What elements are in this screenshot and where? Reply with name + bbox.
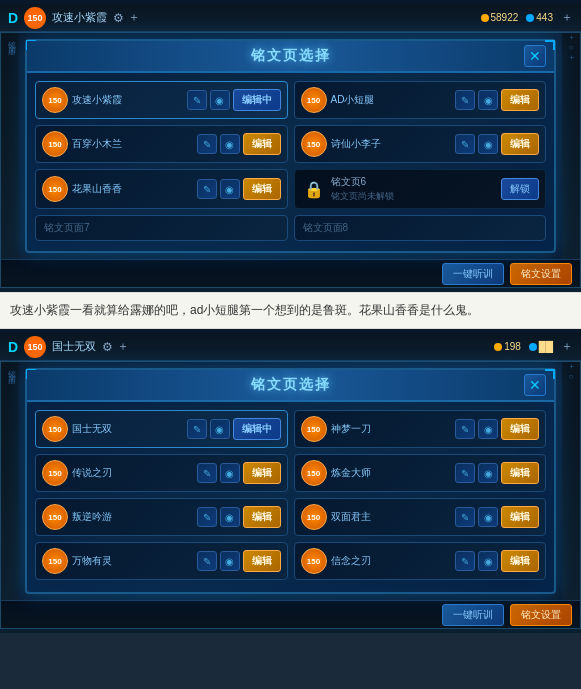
modal-close-btn-1[interactable]: ✕	[524, 45, 546, 67]
edit-btn-p2-8[interactable]: 编辑	[501, 550, 539, 572]
pencil-icon-1[interactable]: ✎	[187, 90, 207, 110]
eye-icon-p2-4[interactable]: ◉	[478, 463, 498, 483]
edit-btn-4[interactable]: 编辑	[501, 133, 539, 155]
card-p2-3[interactable]: 150 传说之刃 ✎ ◉ 编辑	[35, 454, 288, 492]
eye-icon-1[interactable]: ◉	[210, 90, 230, 110]
panel-wrapper-2: 铭 文 册 铭文页选择 ✕ 150	[1, 362, 580, 600]
modal-area-2: 铭文页选择 ✕ 150 国士无双 ✎ ◉	[19, 362, 562, 600]
card-name-p2-2: 神梦一刀	[331, 422, 452, 436]
pencil-icon-4[interactable]: ✎	[455, 134, 475, 154]
right-side-col-2: + ○	[562, 362, 580, 600]
edit-btn-2[interactable]: 编辑	[501, 89, 539, 111]
card-p2-8[interactable]: 150 信念之刃 ✎ ◉ 编辑	[294, 542, 547, 580]
pencil-icon-p2-8[interactable]: ✎	[455, 551, 475, 571]
edit-btn-5[interactable]: 编辑	[243, 178, 281, 200]
card-item-1[interactable]: 150 攻速小紫霞 ✎ ◉ 编辑中	[35, 81, 288, 119]
edit-btn-1[interactable]: 编辑中	[233, 89, 281, 111]
card-badge-2: 150	[301, 87, 327, 113]
listen-btn-1[interactable]: 一键听训	[442, 263, 504, 285]
card-item-5[interactable]: 150 花果山香香 ✎ ◉ 编辑	[35, 169, 288, 209]
card-grid-1: 150 攻速小紫霞 ✎ ◉ 编辑中 150	[27, 73, 554, 213]
pencil-icon-3[interactable]: ✎	[197, 134, 217, 154]
card-name-2: AD小短腿	[331, 93, 452, 107]
pencil-icon-p2-7[interactable]: ✎	[197, 551, 217, 571]
add-icon[interactable]: ＋	[128, 9, 140, 26]
card-name-p2-4: 炼金大师	[331, 466, 452, 480]
page-nav-1: 铭文页面7 铭文页面8	[27, 213, 554, 243]
card-p2-1[interactable]: 150 国士无双 ✎ ◉ 编辑中	[35, 410, 288, 448]
card-p2-5[interactable]: 150 叛逆吟游 ✎ ◉ 编辑	[35, 498, 288, 536]
plus-btn-2[interactable]: ＋	[561, 338, 573, 355]
add-icon-2[interactable]: ＋	[117, 338, 129, 355]
unlock-btn[interactable]: 解锁	[501, 178, 539, 200]
settings-btn-1[interactable]: 铭文设置	[510, 263, 572, 285]
pencil-icon-5[interactable]: ✎	[197, 179, 217, 199]
gold-dot-2	[494, 343, 502, 351]
action-icons-2: ⚙ ＋	[102, 338, 129, 355]
second-game-section: D 150 国士无双 ⚙ ＋ 198 ██ ＋ 铭 文 册	[0, 329, 581, 633]
edit-btn-p2-3[interactable]: 编辑	[243, 462, 281, 484]
edit-btn-p2-6[interactable]: 编辑	[501, 506, 539, 528]
card-actions-p2-2: ✎ ◉ 编辑	[455, 418, 539, 440]
comment-text: 攻速小紫霞一看就算给露娜的吧，ad小短腿第一个想到的是鲁斑。花果山香香是什么鬼。	[10, 301, 571, 320]
card-actions-3: ✎ ◉ 编辑	[197, 133, 281, 155]
card-p2-6[interactable]: 150 双面君主 ✎ ◉ 编辑	[294, 498, 547, 536]
eye-icon-4[interactable]: ◉	[478, 134, 498, 154]
card-item-4[interactable]: 150 诗仙小李子 ✎ ◉ 编辑	[294, 125, 547, 163]
card-p2-2[interactable]: 150 神梦一刀 ✎ ◉ 编辑	[294, 410, 547, 448]
modal-close-btn-2[interactable]: ✕	[524, 374, 546, 396]
settings-btn-2[interactable]: 铭文设置	[510, 604, 572, 626]
pencil-icon-p2-5[interactable]: ✎	[197, 507, 217, 527]
card-p2-4[interactable]: 150 炼金大师 ✎ ◉ 编辑	[294, 454, 547, 492]
edit-btn-p2-5[interactable]: 编辑	[243, 506, 281, 528]
edit-btn-p2-2[interactable]: 编辑	[501, 418, 539, 440]
pencil-icon-p2-3[interactable]: ✎	[197, 463, 217, 483]
right-col-item-2-2: ○	[567, 372, 576, 381]
listen-btn-2[interactable]: 一键听训	[442, 604, 504, 626]
page-nav-item-1[interactable]: 铭文页面7	[35, 215, 288, 241]
pencil-icon-p2-1[interactable]: ✎	[187, 419, 207, 439]
card-badge-p2-6: 150	[301, 504, 327, 530]
edit-btn-p2-1[interactable]: 编辑中	[233, 418, 281, 440]
card-actions-p2-5: ✎ ◉ 编辑	[197, 506, 281, 528]
card-p2-7[interactable]: 150 万物有灵 ✎ ◉ 编辑	[35, 542, 288, 580]
panel-bottom-bar-2: 一键听训 铭文设置	[1, 600, 580, 628]
eye-icon-p2-1[interactable]: ◉	[210, 419, 230, 439]
plus-btn[interactable]: ＋	[561, 9, 573, 26]
card-badge-p2-4: 150	[301, 460, 327, 486]
edit-btn-3[interactable]: 编辑	[243, 133, 281, 155]
edit-btn-p2-4[interactable]: 编辑	[501, 462, 539, 484]
settings-icon-2[interactable]: ⚙	[102, 340, 113, 354]
card-actions-p2-7: ✎ ◉ 编辑	[197, 550, 281, 572]
card-actions-p2-4: ✎ ◉ 编辑	[455, 462, 539, 484]
eye-icon-3[interactable]: ◉	[220, 134, 240, 154]
settings-icon[interactable]: ⚙	[113, 11, 124, 25]
card-item-2[interactable]: 150 AD小短腿 ✎ ◉ 编辑	[294, 81, 547, 119]
card-actions-p2-8: ✎ ◉ 编辑	[455, 550, 539, 572]
modal-area-1: 铭文页选择 ✕ 150 攻速小紫霞 ✎	[19, 33, 562, 259]
gem-dot	[526, 14, 534, 22]
card-name-4: 诗仙小李子	[331, 137, 452, 151]
panel-section-1: 铭 文 册 铭文页选择 ✕ 150	[0, 32, 581, 288]
eye-icon-p2-8[interactable]: ◉	[478, 551, 498, 571]
eye-icon-2[interactable]: ◉	[478, 90, 498, 110]
eye-icon-5[interactable]: ◉	[220, 179, 240, 199]
card-item-3[interactable]: 150 百穿小木兰 ✎ ◉ 编辑	[35, 125, 288, 163]
pencil-icon-2[interactable]: ✎	[455, 90, 475, 110]
right-col-item-1: +	[567, 35, 576, 40]
card-badge-1: 150	[42, 87, 68, 113]
edit-btn-p2-7[interactable]: 编辑	[243, 550, 281, 572]
pencil-icon-p2-6[interactable]: ✎	[455, 507, 475, 527]
eye-icon-p2-7[interactable]: ◉	[220, 551, 240, 571]
eye-icon-p2-2[interactable]: ◉	[478, 419, 498, 439]
eye-icon-p2-5[interactable]: ◉	[220, 507, 240, 527]
card-actions-1: ✎ ◉ 编辑中	[187, 89, 281, 111]
action-icons: ⚙ ＋	[113, 9, 140, 26]
modal-box-2: 铭文页选择 ✕ 150 国士无双 ✎ ◉	[25, 368, 556, 594]
page-nav-item-2[interactable]: 铭文页面8	[294, 215, 547, 241]
eye-icon-p2-6[interactable]: ◉	[478, 507, 498, 527]
right-col-item-3: +	[567, 55, 576, 60]
eye-icon-p2-3[interactable]: ◉	[220, 463, 240, 483]
pencil-icon-p2-2[interactable]: ✎	[455, 419, 475, 439]
pencil-icon-p2-4[interactable]: ✎	[455, 463, 475, 483]
